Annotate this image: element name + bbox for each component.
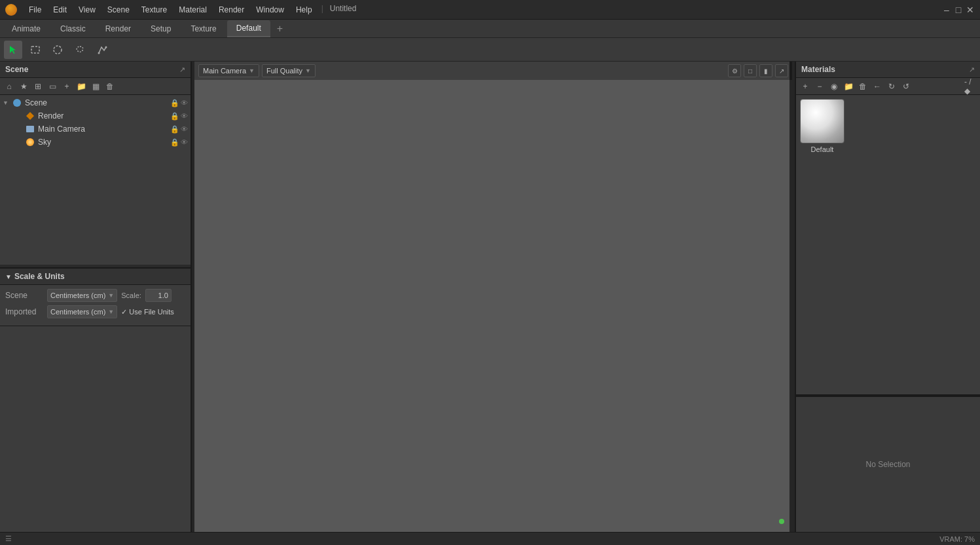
scale-value-input[interactable] [145, 289, 172, 302]
scene-toolbar-delete-btn[interactable]: 🗑 [103, 80, 117, 93]
tab-default[interactable]: Default [227, 20, 270, 37]
scene-toolbar-copy-btn[interactable]: ▦ [89, 80, 102, 93]
menu-material[interactable]: Material [173, 4, 212, 16]
viewport-expand-btn[interactable]: ↗ [775, 64, 788, 77]
scene-toolbar-plus-btn[interactable]: + [60, 80, 73, 93]
scale-collapse-arrow: ▼ [5, 273, 12, 280]
scene-tree: ▼ Scene 🔒 👁 Render [0, 95, 191, 265]
viewport-split-btn[interactable]: ▮ [759, 64, 772, 77]
main-toolbar [0, 38, 980, 62]
materials-panel-expand-icon[interactable]: ↗ [969, 66, 975, 74]
menu-texture[interactable]: Texture [136, 4, 172, 16]
lock-badge[interactable]: 🔒 [170, 138, 179, 147]
tab-render[interactable]: Render [96, 20, 140, 37]
scene-panel-expand-icon[interactable]: ↗ [179, 66, 185, 74]
scale-units-header[interactable]: ▼ Scale & Units [0, 269, 191, 285]
mat-reload-btn[interactable]: ↺ [899, 80, 913, 93]
imported-unit-dropdown[interactable]: Centimeters (cm) ▼ [47, 305, 117, 318]
path-select-tool-button[interactable] [93, 41, 111, 59]
eye-badge[interactable]: 👁 [181, 138, 188, 147]
menu-file[interactable]: File [24, 4, 46, 16]
mat-more-btn[interactable]: - / ◆ [964, 80, 977, 93]
scene-panel-header: Scene ↗ [0, 62, 191, 78]
svg-rect-0 [31, 47, 39, 53]
scene-toolbar-home-btn[interactable]: ⌂ [3, 80, 16, 93]
select-tool-button[interactable] [4, 41, 22, 59]
close-button[interactable]: ✕ [966, 5, 975, 14]
scene-icon [12, 98, 22, 108]
menu-render[interactable]: Render [213, 4, 249, 16]
quality-selector-arrow: ▼ [305, 67, 311, 74]
tree-item-main-camera[interactable]: Main Camera 🔒 👁 [0, 122, 191, 136]
tab-bar: Animate Classic Render Setup Texture Def… [0, 20, 980, 38]
viewport-right-resize[interactable] [789, 62, 792, 532]
menu-help[interactable]: Help [291, 4, 318, 16]
rect-select-tool-button[interactable] [26, 41, 45, 59]
camera-selector-arrow: ▼ [249, 67, 255, 74]
scene-panel-title: Scene [5, 65, 28, 74]
scene-panel-toolbar: ⌂ ★ ⊞ ▭ + 📁 ▦ 🗑 [0, 78, 191, 95]
circle-select-tool-button[interactable] [48, 41, 67, 59]
imported-unit-value: Centimeters (cm) [50, 308, 105, 316]
lock-badge[interactable]: 🔒 [170, 99, 179, 107]
scene-unit-label: Scene [5, 291, 43, 300]
quality-selector[interactable]: Full Quality ▼ [262, 64, 316, 77]
tree-expand-arrow: ▼ [3, 100, 12, 106]
quality-selector-label: Full Quality [266, 67, 302, 75]
materials-panel-header: Materials ↗ [796, 62, 980, 78]
viewport-settings-btn[interactable]: ⚙ [728, 64, 741, 77]
menu-bar: File Edit View Scene Texture Material Re… [24, 4, 935, 16]
tree-item-render[interactable]: Render 🔒 👁 [0, 109, 191, 122]
mat-refresh-btn[interactable]: ↻ [885, 80, 898, 93]
tab-classic[interactable]: Classic [51, 20, 95, 37]
scene-toolbar-grid-btn[interactable]: ⊞ [31, 80, 45, 93]
maximize-button[interactable]: □ [954, 5, 963, 14]
menu-scene[interactable]: Scene [102, 4, 135, 16]
scene-toolbar-star-btn[interactable]: ★ [17, 80, 30, 93]
tab-texture[interactable]: Texture [181, 20, 225, 37]
scene-panel: Scene ↗ ⌂ ★ ⊞ ▭ + 📁 ▦ 🗑 ▼ [0, 62, 191, 269]
viewport[interactable]: Main Camera ▼ Full Quality ▼ ⚙ □ ▮ ↗ [194, 62, 792, 532]
tab-animate[interactable]: Animate [3, 20, 50, 37]
lasso-select-tool-button[interactable] [71, 41, 89, 59]
tree-item-scene-label: Scene [25, 98, 170, 107]
scale-text-label: Scale: [121, 291, 141, 299]
menu-edit[interactable]: Edit [48, 4, 72, 16]
tree-item-badges: 🔒 👁 [170, 125, 188, 134]
scene-toolbar-layers-btn[interactable]: ▭ [46, 80, 59, 93]
tab-add-button[interactable]: + [272, 22, 288, 36]
tree-item-sky[interactable]: Sky 🔒 👁 [0, 136, 191, 149]
viewport-fit-btn[interactable]: □ [744, 64, 757, 77]
mat-delete-btn[interactable]: 🗑 [856, 80, 869, 93]
scene-unit-dropdown[interactable]: Centimeters (cm) ▼ [47, 289, 117, 302]
camera-selector[interactable]: Main Camera ▼ [198, 64, 259, 77]
materials-list: Default [796, 95, 980, 394]
use-file-units-checkbox[interactable]: ✓ Use File Units [121, 308, 174, 316]
materials-toolbar: + − ◉ 📁 🗑 ← ↻ ↺ - / ◆ [796, 78, 980, 95]
menu-window[interactable]: Window [251, 4, 289, 16]
tree-item-camera-label: Main Camera [38, 124, 170, 134]
viewport-toolbar: Main Camera ▼ Full Quality ▼ ⚙ □ ▮ ↗ [194, 62, 792, 80]
mat-folder-btn[interactable]: 📁 [842, 80, 855, 93]
eye-badge[interactable]: 👁 [181, 99, 188, 107]
panel-vertical-resize[interactable] [0, 265, 191, 267]
mat-copy-btn[interactable]: ◉ [827, 80, 841, 93]
statusbar: ☰ VRAM: 7% [0, 532, 980, 545]
viewport-canvas[interactable] [194, 62, 792, 532]
eye-badge[interactable]: 👁 [181, 112, 188, 121]
mat-add-btn[interactable]: + [799, 80, 812, 93]
eye-badge[interactable]: 👁 [181, 125, 188, 134]
mat-arrow-left-btn[interactable]: ← [871, 80, 884, 93]
properties-panel-empty [0, 326, 191, 532]
lock-badge[interactable]: 🔒 [170, 112, 179, 121]
lock-badge[interactable]: 🔒 [170, 125, 179, 134]
scene-toolbar-folder-btn[interactable]: 📁 [75, 80, 88, 93]
minimize-button[interactable]: – [942, 5, 951, 14]
menu-view[interactable]: View [73, 4, 101, 16]
mat-subtract-btn[interactable]: − [813, 80, 826, 93]
svg-point-3 [105, 46, 107, 48]
material-item-default[interactable]: Default [800, 99, 844, 153]
statusbar-menu-icon[interactable]: ☰ [5, 535, 12, 543]
tab-setup[interactable]: Setup [141, 20, 180, 37]
tree-item-scene[interactable]: ▼ Scene 🔒 👁 [0, 96, 191, 109]
